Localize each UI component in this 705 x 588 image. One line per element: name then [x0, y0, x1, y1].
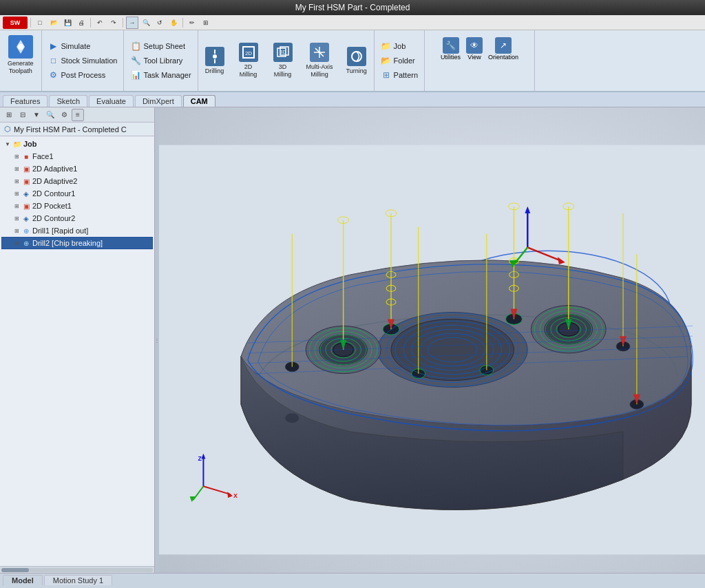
- pattern-label: Pattern: [394, 71, 418, 79]
- drill1-label: Drill1 [Rapid out]: [32, 227, 88, 235]
- face1-expand[interactable]: ⊞: [13, 153, 20, 160]
- svg-text:2D: 2D: [244, 50, 251, 56]
- toolbar-row: SW □ 📂 💾 🖨 ↶ ↷ → 🔍 ↺ ✋ ✏ ⊞: [0, 15, 705, 30]
- tree-item-adaptive1[interactable]: ⊞ ▣ 2D Adaptive1: [1, 162, 153, 175]
- sw-logo[interactable]: SW: [3, 17, 28, 29]
- view-label: View: [467, 54, 481, 61]
- tree-area[interactable]: ▼ 📁 Job ⊞ ■ Face1 ⊞ ▣ 2D Adaptive1 ⊞ ▣ 2…: [0, 136, 154, 566]
- toolbar-sep-3: [123, 18, 123, 28]
- ribbon-section-cam: ▶ Simulate □ Stock Simulation ⚙ Post Pro…: [42, 30, 125, 91]
- 3d-milling-btn[interactable]: 3D 3DMilling: [266, 30, 300, 91]
- job-label-tree: Job: [23, 140, 37, 148]
- svg-text:X: X: [233, 492, 238, 499]
- panel-title-text: My First HSM Part - Completed C: [14, 125, 127, 134]
- setup-sheet-btn[interactable]: 📋 Setup Sheet: [127, 39, 194, 53]
- adaptive1-expand[interactable]: ⊞: [13, 165, 20, 172]
- tree-item-face1[interactable]: ⊞ ■ Face1: [1, 150, 153, 162]
- tab-cam[interactable]: CAM: [183, 95, 215, 107]
- toolbar-sep-1: [30, 18, 31, 28]
- task-manager-btn[interactable]: 📊 Task Manager: [127, 68, 194, 82]
- post-process-btn[interactable]: ⚙ Post Process: [45, 68, 121, 82]
- 2d-milling-label: 2DMilling: [240, 63, 257, 78]
- orientation-btn[interactable]: ↗ Orientation: [488, 37, 518, 61]
- feature-btn[interactable]: ⊞: [200, 17, 212, 29]
- ribbon: GenerateToolpath ▶ Simulate □ Stock Simu…: [0, 30, 705, 92]
- tool-library-btn[interactable]: 🔧 Tool Library: [127, 54, 194, 67]
- ribbon-section-job: 📁 Job 📂 Folder ⊞ Pattern: [375, 30, 425, 91]
- multi-axis-btn[interactable]: Multi-AxisMilling: [300, 30, 339, 91]
- milling-group: Drilling 2D 2DMilling 3D 3DMilling Multi…: [198, 30, 375, 91]
- pan-btn[interactable]: ✋: [167, 17, 180, 29]
- viewport[interactable]: 🔍 + - ↔ ⊡ ⊞ ◫ ▣ ⊟ ↺ ↻ ⊕ ⬤ ✦ ⊿ ◈ ✱: [159, 107, 705, 573]
- tab-sketch[interactable]: Sketch: [49, 95, 87, 107]
- scrollbar-track[interactable]: [1, 568, 153, 572]
- sketch-btn[interactable]: ✏: [186, 17, 198, 29]
- open-btn[interactable]: 📂: [48, 17, 60, 29]
- tree-item-contour1[interactable]: ⊞ ◈ 2D Contour1: [1, 187, 153, 200]
- zoom-btn[interactable]: 🔍: [140, 17, 152, 29]
- 2d-milling-btn[interactable]: 2D 2DMilling: [231, 30, 266, 91]
- 2d-milling-icon: 2D: [239, 43, 258, 62]
- adaptive2-expand[interactable]: ⊞: [13, 178, 20, 185]
- save-btn[interactable]: 💾: [61, 17, 74, 29]
- simulate-label: Simulate: [61, 42, 91, 50]
- job-expand[interactable]: ▼: [4, 140, 11, 147]
- undo-btn[interactable]: ↶: [94, 17, 106, 29]
- stock-simulation-btn[interactable]: □ Stock Simulation: [45, 54, 121, 67]
- redo-btn[interactable]: ↷: [107, 17, 120, 29]
- 3d-milling-label: 3DMilling: [274, 63, 292, 78]
- tree-item-drill2[interactable]: ⊞ ⊕ Drill2 [Chip breaking]: [1, 237, 153, 249]
- tree-item-contour2[interactable]: ⊞ ◈ 2D Contour2: [1, 212, 153, 224]
- contour1-expand[interactable]: ⊞: [13, 190, 20, 197]
- select-btn[interactable]: →: [126, 17, 138, 29]
- adaptive2-label: 2D Adaptive2: [32, 177, 77, 185]
- bottom-tab-model[interactable]: Model: [3, 575, 43, 585]
- funnel-btn[interactable]: ≡: [72, 109, 84, 121]
- folder-icon: 📂: [381, 55, 392, 66]
- expand-all-btn[interactable]: ⊞: [3, 109, 15, 121]
- job-icon: 📁: [381, 41, 392, 52]
- tree-item-drill1[interactable]: ⊞ ⊕ Drill1 [Rapid out]: [1, 224, 153, 237]
- svg-text:Z: Z: [198, 455, 202, 462]
- turning-btn[interactable]: Turning: [339, 30, 374, 91]
- folder-btn[interactable]: 📂 Folder: [377, 54, 421, 67]
- print-btn[interactable]: 🖨: [75, 17, 87, 29]
- tool-library-icon: 🔧: [130, 55, 141, 66]
- left-scrollbar[interactable]: [0, 566, 154, 573]
- view-btn[interactable]: 👁 View: [466, 37, 483, 61]
- scrollbar-thumb[interactable]: [1, 568, 29, 572]
- tab-features[interactable]: Features: [3, 95, 48, 107]
- bottom-tab-motion[interactable]: Motion Study 1: [44, 575, 112, 585]
- drilling-btn[interactable]: Drilling: [198, 30, 231, 91]
- drill2-expand[interactable]: ⊞: [13, 240, 20, 246]
- tree-item-pocket1[interactable]: ⊞ ▣ 2D Pocket1: [1, 200, 153, 212]
- panel-toolbar: ⊞ ⊟ ▼ 🔍 ⚙ ≡: [0, 107, 154, 123]
- search-btn[interactable]: 🔍: [44, 109, 56, 121]
- job-btn[interactable]: 📁 Job: [377, 39, 421, 53]
- settings-btn[interactable]: ⚙: [58, 109, 70, 121]
- generate-toolpath-label: GenerateToolpath: [8, 60, 34, 75]
- rotate-btn[interactable]: ↺: [154, 17, 166, 29]
- adaptive1-icon: ▣: [21, 164, 31, 174]
- pattern-btn[interactable]: ⊞ Pattern: [377, 68, 421, 82]
- simulate-btn[interactable]: ▶ Simulate: [45, 39, 121, 53]
- contour2-expand[interactable]: ⊞: [13, 215, 20, 222]
- tree-root-job[interactable]: ▼ 📁 Job: [1, 138, 153, 150]
- simulate-icon: ▶: [48, 41, 59, 52]
- tab-row: Features Sketch Evaluate DimXpert CAM: [0, 92, 705, 107]
- pocket1-expand[interactable]: ⊞: [13, 202, 20, 209]
- toolbar-sep-4: [182, 18, 183, 28]
- job-icon-tree: 📁: [12, 139, 22, 149]
- window-title: My First HSM Part - Completed: [295, 3, 410, 12]
- contour1-label: 2D Contour1: [32, 189, 75, 198]
- new-btn[interactable]: □: [34, 17, 46, 29]
- tab-dimxpert[interactable]: DimXpert: [135, 95, 182, 107]
- drill1-expand[interactable]: ⊞: [13, 227, 20, 234]
- filter-btn[interactable]: ▼: [30, 109, 43, 121]
- tab-evaluate[interactable]: Evaluate: [89, 95, 134, 107]
- folder-label: Folder: [394, 56, 415, 65]
- utilities-btn[interactable]: 🔧 Utilities: [441, 37, 461, 61]
- collapse-all-btn[interactable]: ⊟: [17, 109, 29, 121]
- generate-toolpath-btn[interactable]: GenerateToolpath: [4, 33, 37, 77]
- tree-item-adaptive2[interactable]: ⊞ ▣ 2D Adaptive2: [1, 175, 153, 187]
